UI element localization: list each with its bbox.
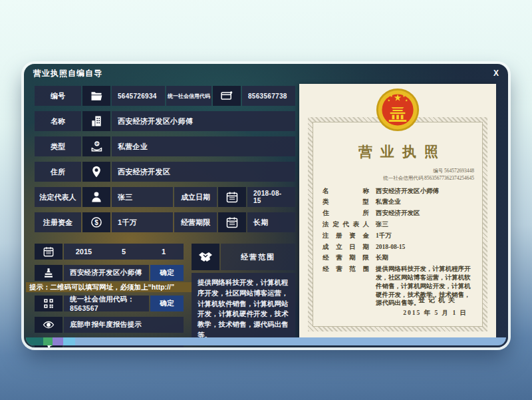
stamp-row: 西安经济开发区小师傅 确定 [35, 265, 184, 281]
bar-segment-green [43, 337, 53, 345]
form-row-type: 类型 $ 私营企业 [35, 136, 295, 156]
license-title: 营业执照 [323, 142, 474, 161]
license-field-founding-date: 成立日期 2018-08-15 [323, 243, 474, 252]
folder-icon [82, 86, 110, 106]
scope-title: 经营范围 [221, 244, 295, 270]
license-field-address: 住所 西安经济开发区 [323, 209, 474, 218]
capital-label: 注册资金 [35, 212, 81, 232]
qr-code-input[interactable]: 统一社会信用代码：8563567 [64, 296, 149, 311]
qr-code-icon [35, 296, 63, 311]
license-serials: 编号 564572693448 统一社会信用代码 856356773623742… [323, 167, 474, 182]
legal-rep-input[interactable]: 张三 [112, 187, 173, 207]
term-label: 经营期限 [174, 212, 217, 232]
license-credit-code: 统一社会信用代码 85635677362374254645 [323, 174, 474, 182]
svg-text:$: $ [94, 219, 98, 226]
number-input[interactable]: 5645726934 [112, 86, 165, 106]
qr-hint-text: 提示：二维码可以填写网址，必须加上“http://” [26, 282, 203, 292]
legal-rep-label: 法定代表人 [35, 187, 81, 207]
capital-input[interactable]: 1千万 [112, 212, 173, 232]
annual-report-row: 底部申报年度报告提示 [35, 317, 184, 333]
calendar-icon [35, 244, 63, 260]
form-row-address: 住所 西安经济开发区 [35, 162, 295, 182]
issue-date-row: 2015 5 1 [35, 244, 184, 260]
license-field-name: 名称 西安经济开发区小师傅 [323, 187, 474, 196]
desktop-background: 营业执照自编自导 X 编号 5645726934 统一社会信用代码 856356… [0, 0, 532, 400]
national-emblem-icon [375, 87, 420, 132]
window-titlebar: 营业执照自编自导 X [24, 64, 508, 83]
founding-date-label: 成立日期 [174, 187, 217, 207]
id-card-icon [213, 86, 241, 106]
year-field[interactable]: 2015 [64, 248, 104, 256]
stamp-icon [35, 265, 63, 281]
type-label: 类型 [35, 136, 81, 156]
license-body: 营业执照 编号 564572693448 统一社会信用代码 8563567736… [313, 122, 483, 327]
license-registrar: 登记机关 [418, 296, 458, 305]
bar-segment-purple [53, 337, 63, 345]
eye-icon [35, 317, 63, 333]
qr-confirm-button[interactable]: 确定 [150, 296, 184, 311]
form-row-name: 名称 西安经济开发区小师傅 [35, 111, 295, 131]
building-icon [82, 111, 110, 131]
coin-icon: $ [82, 212, 110, 232]
form-row-capital: 注册资金 $ 1千万 经营期限 长期 [35, 212, 295, 232]
credit-code-label: 统一社会信用代码 [166, 86, 211, 106]
founding-date-input[interactable]: 2018-08-15 [247, 187, 295, 207]
license-fields: 名称 西安经济开发区小师傅 类型 私营企业 住所 西安经济开发区 法定代表人 [323, 187, 474, 308]
issue-date-fields: 2015 5 1 [64, 244, 184, 260]
person-icon [82, 187, 110, 207]
bar-segment-teal [26, 337, 43, 345]
window-title: 营业执照自编自导 [33, 68, 102, 79]
form-row-number: 编号 5645726934 统一社会信用代码 8563567738 [35, 86, 295, 106]
form-row-legal-rep: 法定代表人 张三 成立日期 2018-08-15 [35, 187, 295, 207]
close-icon[interactable]: X [493, 69, 499, 78]
term-input[interactable]: 长期 [247, 212, 295, 232]
qr-code-row: 统一社会信用代码：8563567 确定 [35, 296, 184, 311]
license-serial-number: 编号 564572693448 [323, 167, 474, 174]
annual-report-toggle[interactable]: 底部申报年度报告提示 [64, 317, 184, 333]
month-field[interactable]: 5 [104, 248, 144, 256]
license-form: 编号 5645726934 统一社会信用代码 8563567738 名称 西安经… [35, 86, 295, 238]
stamp-text-input[interactable]: 西安经济开发区小师傅 [64, 265, 149, 281]
name-label: 名称 [35, 111, 81, 131]
calendar-icon [218, 187, 246, 207]
stamp-confirm-button[interactable]: 确定 [150, 265, 184, 281]
scope-text-input[interactable]: 提供网络科技开发，计算机程序开发，社区网站博客运营，计算机软件销售，计算机网站开… [192, 273, 295, 345]
license-field-type: 类型 私营企业 [323, 198, 474, 206]
location-pin-icon [82, 162, 110, 182]
type-input[interactable]: 私营企业 [112, 136, 295, 156]
day-field[interactable]: 1 [144, 248, 184, 256]
hand-coin-icon: $ [82, 136, 110, 156]
handshake-icon [192, 244, 219, 270]
address-label: 住所 [35, 162, 81, 182]
license-preview: 营业执照 编号 564572693448 统一社会信用代码 8563567736… [299, 84, 496, 339]
bar-segment-cyan [63, 337, 75, 345]
name-input[interactable]: 西安经济开发区小师傅 [112, 111, 295, 131]
calendar-icon [218, 212, 246, 232]
address-input[interactable]: 西安经济开发区 [112, 162, 295, 182]
license-field-legal-rep: 法定代表人 张三 [323, 220, 474, 229]
license-ornate-border: 营业执照 编号 564572693448 统一社会信用代码 8563567736… [308, 117, 487, 331]
license-field-term: 经营期限 长期 [323, 254, 474, 262]
number-label: 编号 [35, 86, 81, 106]
business-scope-panel: 经营范围 提供网络科技开发，计算机程序开发，社区网站博客运营，计算机软件销售，计… [192, 244, 295, 345]
license-editor-window: 营业执照自编自导 X 编号 5645726934 统一社会信用代码 856356… [24, 64, 508, 347]
license-field-capital: 注册资金 1千万 [323, 232, 474, 240]
scope-header: 经营范围 [192, 244, 295, 270]
license-issue-date: 2015 年 5 月 1 日 [403, 309, 467, 317]
credit-code-input[interactable]: 8563567738 [242, 86, 295, 106]
window-bottom-bar [26, 337, 506, 345]
